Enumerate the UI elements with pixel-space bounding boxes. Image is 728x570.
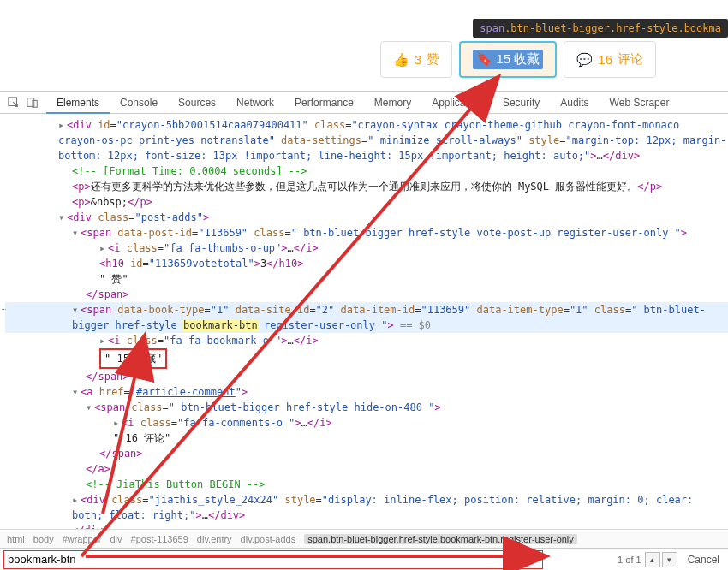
dom-line[interactable]: ▸<div class="jiathis_style_24x24" style=… [5, 492, 728, 508]
tab-network[interactable]: Network [226, 92, 284, 114]
search-cancel-button[interactable]: Cancel [679, 554, 728, 566]
crumb[interactable]: #post-113659 [131, 534, 188, 544]
dom-line[interactable]: ▸<div id="crayon-5bb2001514caa079400411"… [5, 117, 728, 133]
crumb[interactable]: div [110, 534, 122, 544]
like-label: 赞 [427, 51, 439, 68]
dom-line[interactable]: </span> [5, 287, 728, 302]
dom-line[interactable]: ▸<i class="fa fa-thumbs-o-up">…</i> [5, 240, 728, 256]
dom-selected-line[interactable]: bigger href-style bookmark-btn register-… [5, 318, 728, 333]
dom-line[interactable]: both; float: right;">…</div> [5, 508, 728, 523]
search-input[interactable] [3, 550, 543, 569]
bookmark-button[interactable]: 🔖 15 收藏 [459, 41, 557, 78]
dom-line[interactable]: ▾<a href="#article-comment"> [5, 384, 728, 400]
tooltip-classes: .btn-bluet-bigger.href-style.bookma [504, 22, 721, 34]
tab-memory[interactable]: Memory [364, 92, 421, 114]
dom-line[interactable]: </a> [5, 461, 728, 477]
crumb[interactable]: div.post-adds [241, 534, 296, 544]
elements-search-bar: 1 of 1 ▴ ▾ Cancel [0, 548, 728, 570]
crumb-selected[interactable]: span.btn-bluet-bigger.href-style.bookmar… [304, 534, 577, 544]
comment-count: 16 [598, 52, 612, 67]
comment-label: 评论 [618, 51, 643, 68]
comments-icon: 💬 [576, 52, 593, 68]
search-result-count: 1 of 1 [618, 555, 641, 565]
like-button[interactable]: 👍 3 赞 [380, 41, 452, 78]
search-next-button[interactable]: ▾ [662, 552, 677, 567]
dom-line[interactable]: ▾<div class="post-adds"> [5, 210, 728, 225]
bookmark-highlight: 🔖 15 收藏 [473, 50, 543, 69]
crumb[interactable]: #wrapper [63, 534, 102, 544]
eq-zero: == $0 [394, 319, 431, 331]
crumb[interactable]: body [33, 534, 54, 544]
breadcrumb-bar[interactable]: html body #wrapper div #post-113659 div.… [0, 529, 728, 548]
dom-text-node[interactable]: " 赞" [5, 271, 728, 287]
dom-line[interactable]: ▾<span class=" btn-bluet-bigger href-sty… [5, 400, 728, 415]
gutter-dots: ⋯ [2, 302, 7, 318]
crumb[interactable]: div.entry [197, 534, 232, 544]
dom-text: 还有更多更科学的方法来优化这些参数，但是这几点可以作为一个通用准则来应用，将使你… [91, 181, 638, 193]
tooltip-tag: span [480, 22, 504, 34]
dom-line[interactable]: </span> [5, 369, 728, 384]
inspect-icon[interactable] [7, 96, 21, 110]
dom-line[interactable]: bottom: 12px; font-size: 13px !important… [5, 148, 728, 163]
bookmark-label: 收藏 [514, 51, 540, 66]
tab-application[interactable]: Application [421, 92, 492, 114]
post-action-bar: 👍 3 赞 🔖 15 收藏 💬 16 评论 [380, 41, 656, 78]
crumb[interactable]: html [7, 534, 25, 544]
svg-rect-1 [27, 98, 34, 106]
tab-console[interactable]: Console [110, 92, 168, 114]
element-tooltip: span.btn-bluet-bigger.href-style.bookma [473, 19, 728, 38]
page-preview: span.btn-bluet-bigger.href-style.bookma … [0, 0, 728, 91]
tab-sources[interactable]: Sources [168, 92, 226, 114]
bookmark-count: 15 [496, 51, 510, 66]
dom-text-node[interactable]: " 16 评论" [5, 430, 728, 446]
search-match: bookmark-btn [183, 319, 258, 331]
tab-security[interactable]: Security [492, 92, 550, 114]
devtools-panel: ElementsConsoleSourcesNetworkPerformance… [0, 91, 728, 570]
dom-line[interactable]: <p>&nbsp;</p> [5, 194, 728, 210]
like-count: 3 [415, 52, 421, 67]
dom-line[interactable]: </div> [5, 523, 728, 529]
dom-text-node[interactable]: " 15 收藏" [5, 348, 728, 369]
dom-line[interactable]: ▸<i class="fa fa-bookmark-o ">…</i> [5, 333, 728, 348]
tab-audits[interactable]: Audits [550, 92, 599, 114]
dom-comment[interactable]: <!-- JiaThis Button BEGIN --> [5, 477, 728, 492]
devtools-tabs: ElementsConsoleSourcesNetworkPerformance… [0, 92, 728, 114]
devtools-toolbar-icons [0, 96, 46, 110]
bookmark-icon: 🔖 [476, 51, 492, 66]
href-link[interactable]: #article-comment [136, 386, 236, 398]
search-prev-button[interactable]: ▴ [645, 552, 660, 567]
device-icon[interactable] [26, 96, 39, 110]
dom-line[interactable]: ▾<span data-post-id="113659" class=" btn… [5, 225, 728, 240]
dom-line[interactable]: <h10 id="113659votetotal">3</h10> [5, 256, 728, 271]
dom-line[interactable]: </span> [5, 446, 728, 461]
dom-line[interactable]: crayon-os-pc print-yes notranslate" data… [5, 133, 728, 148]
comment-button[interactable]: 💬 16 评论 [564, 41, 656, 78]
dom-selected-line[interactable]: ⋯ ▾<span data-book-type="1" data-site-id… [5, 302, 728, 318]
dom-line[interactable]: ▸<i class="fa fa-comments-o ">…</i> [5, 415, 728, 430]
elements-tree[interactable]: ▸<div id="crayon-5bb2001514caa079400411"… [0, 114, 728, 529]
highlighted-text-box: " 15 收藏" [99, 348, 167, 369]
dom-line[interactable]: <p>还有更多更科学的方法来优化这些参数，但是这几点可以作为一个通用准则来应用，… [5, 179, 728, 194]
dom-comment[interactable]: <!-- [Format Time: 0.0004 seconds] --> [5, 163, 728, 179]
tab-container: ElementsConsoleSourcesNetworkPerformance… [46, 92, 679, 114]
tab-elements[interactable]: Elements [46, 92, 110, 114]
tab-performance[interactable]: Performance [284, 92, 364, 114]
tab-web-scraper[interactable]: Web Scraper [600, 92, 680, 114]
thumbs-up-icon: 👍 [393, 52, 409, 68]
